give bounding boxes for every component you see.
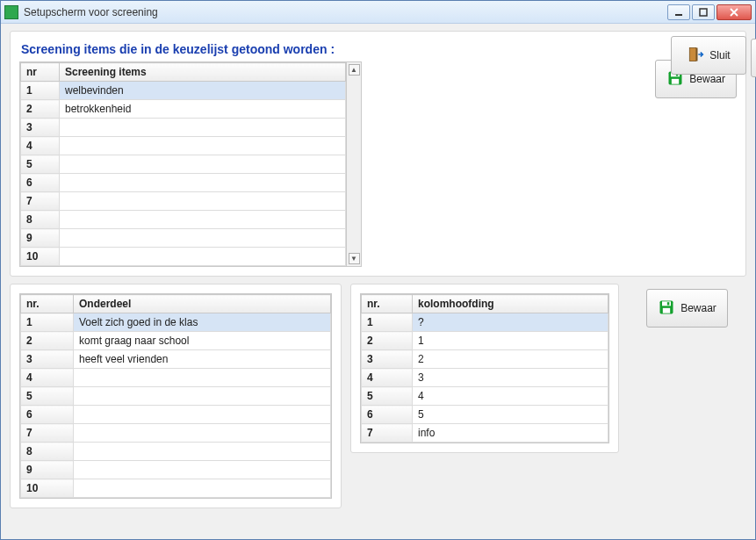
app-window: Setupscherm voor screening Screening ite… bbox=[0, 0, 756, 540]
table-row[interactable]: 43 bbox=[362, 369, 608, 387]
top-left-area: Screening items die in de keuzelijst get… bbox=[19, 40, 581, 267]
kolom-panel: nr. kolomhoofding 1? 21 32 43 54 65 7inf… bbox=[350, 284, 619, 453]
svg-rect-1 bbox=[700, 9, 707, 16]
table-row[interactable]: 4 bbox=[21, 369, 331, 387]
col-items[interactable]: Screening items bbox=[60, 63, 346, 82]
cell-nr: 7 bbox=[21, 192, 60, 211]
close-button[interactable] bbox=[751, 39, 756, 77]
save-button-label: Bewaar bbox=[689, 73, 725, 85]
cell-nr: 3 bbox=[21, 119, 60, 137]
table-row[interactable]: 1? bbox=[362, 313, 608, 332]
titlebar: Setupscherm voor screening bbox=[1, 1, 755, 24]
app-icon bbox=[4, 5, 18, 19]
svg-rect-4 bbox=[672, 78, 679, 83]
cell-value[interactable] bbox=[60, 119, 346, 137]
kolom-table: nr. kolomhoofding 1? 21 32 43 54 65 7inf… bbox=[361, 294, 608, 443]
door-exit-icon bbox=[687, 46, 704, 66]
table-row[interactable]: 5 bbox=[21, 155, 346, 174]
kolom-grid[interactable]: nr. kolomhoofding 1? 21 32 43 54 65 7inf… bbox=[360, 293, 609, 443]
cell-nr: 2 bbox=[21, 100, 60, 119]
table-row[interactable]: 7info bbox=[362, 424, 608, 443]
bottom-row: nr. Onderdeel 1Voelt zich goed in de kla… bbox=[10, 284, 746, 530]
onderdeel-panel: nr. Onderdeel 1Voelt zich goed in de kla… bbox=[10, 284, 342, 508]
cell-value[interactable] bbox=[60, 137, 346, 155]
svg-rect-9 bbox=[667, 302, 670, 305]
window-controls bbox=[667, 4, 752, 20]
table-row[interactable]: 2komt graag naar school bbox=[21, 332, 331, 350]
table-row[interactable]: 21 bbox=[362, 332, 608, 350]
svg-rect-0 bbox=[675, 14, 682, 16]
screening-table: nr Screening items 1 welbevinden bbox=[20, 62, 346, 266]
table-row[interactable]: 54 bbox=[362, 387, 608, 406]
cell-value[interactable]: betrokkenheid bbox=[60, 100, 346, 119]
cell-value[interactable] bbox=[60, 192, 346, 211]
cell-nr: 10 bbox=[21, 248, 60, 266]
cell-nr: 4 bbox=[21, 137, 60, 155]
cell-nr: 1 bbox=[21, 82, 60, 100]
cell-value[interactable] bbox=[60, 229, 346, 248]
col-onderdeel[interactable]: Onderdeel bbox=[74, 295, 331, 313]
screening-heading: Screening items die in de keuzelijst get… bbox=[21, 42, 581, 56]
svg-rect-10 bbox=[690, 47, 697, 61]
bottom-right-area: Bewaar bbox=[628, 284, 746, 328]
col-kolomhoofding[interactable]: kolomhoofding bbox=[413, 295, 608, 313]
scrollbar[interactable]: ▲ ▼ bbox=[346, 62, 361, 266]
table-row[interactable]: 3 bbox=[21, 119, 346, 137]
top-panel-inner: Screening items die in de keuzelijst get… bbox=[19, 40, 737, 267]
table-row[interactable]: 6 bbox=[21, 174, 346, 192]
window-title: Setupscherm voor screening bbox=[24, 6, 667, 18]
table-row[interactable]: 32 bbox=[362, 350, 608, 369]
top-panel: Screening items die in de keuzelijst get… bbox=[10, 31, 746, 277]
svg-rect-7 bbox=[662, 301, 671, 306]
onderdeel-grid[interactable]: nr. Onderdeel 1Voelt zich goed in de kla… bbox=[19, 293, 332, 499]
client-area: Screening items die in de keuzelijst get… bbox=[1, 24, 755, 539]
maximize-button[interactable] bbox=[692, 4, 715, 20]
close-window-button[interactable] bbox=[716, 4, 752, 20]
save-button-label: Bewaar bbox=[680, 302, 716, 314]
save-icon bbox=[658, 299, 675, 319]
cell-nr: 9 bbox=[21, 229, 60, 248]
minimize-button[interactable] bbox=[667, 4, 690, 20]
table-row[interactable]: 1 welbevinden bbox=[21, 82, 346, 100]
svg-rect-8 bbox=[663, 307, 670, 313]
scroll-up-icon[interactable]: ▲ bbox=[349, 64, 360, 76]
sluit-button-label: Sluit bbox=[709, 49, 730, 61]
svg-rect-11 bbox=[696, 47, 698, 61]
sluit-button[interactable]: Sluit bbox=[671, 36, 746, 75]
cell-nr: 8 bbox=[21, 211, 60, 229]
table-row[interactable]: 10 bbox=[21, 479, 331, 498]
cell-value[interactable] bbox=[60, 211, 346, 229]
col-nr[interactable]: nr. bbox=[21, 295, 74, 313]
cell-value[interactable] bbox=[60, 174, 346, 192]
cell-value[interactable] bbox=[60, 248, 346, 266]
table-row[interactable]: 8 bbox=[21, 443, 331, 461]
cell-value[interactable]: welbevinden bbox=[60, 82, 346, 100]
table-row[interactable]: 4 bbox=[21, 137, 346, 155]
table-row[interactable]: 65 bbox=[362, 406, 608, 424]
table-row[interactable]: 3heeft veel vrienden bbox=[21, 350, 331, 369]
table-row[interactable]: 5 bbox=[21, 387, 331, 406]
table-row[interactable]: 1Voelt zich goed in de klas bbox=[21, 313, 331, 332]
table-row[interactable]: 6 bbox=[21, 406, 331, 424]
col-nr[interactable]: nr bbox=[21, 63, 60, 82]
cell-nr: 5 bbox=[21, 155, 60, 174]
table-row[interactable]: 2 betrokkenheid bbox=[21, 100, 346, 119]
table-row[interactable]: 9 bbox=[21, 461, 331, 479]
table-row[interactable]: 7 bbox=[21, 192, 346, 211]
screening-grid[interactable]: nr Screening items 1 welbevinden bbox=[19, 61, 362, 267]
table-row[interactable]: 9 bbox=[21, 229, 346, 248]
table-row[interactable]: 7 bbox=[21, 424, 331, 443]
cell-value[interactable] bbox=[60, 155, 346, 174]
onderdeel-table: nr. Onderdeel 1Voelt zich goed in de kla… bbox=[20, 294, 331, 498]
cell-nr: 6 bbox=[21, 174, 60, 192]
col-nr[interactable]: nr. bbox=[362, 295, 413, 313]
save-button-bottom[interactable]: Bewaar bbox=[646, 289, 728, 328]
table-row[interactable]: 8 bbox=[21, 211, 346, 229]
scroll-down-icon[interactable]: ▼ bbox=[349, 253, 360, 264]
table-row[interactable]: 10 bbox=[21, 248, 346, 266]
